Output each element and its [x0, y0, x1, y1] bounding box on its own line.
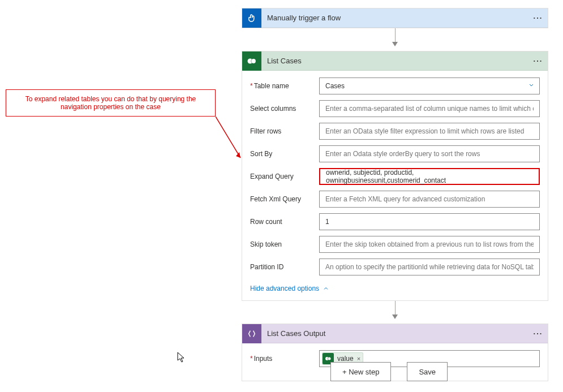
list-cases-title: List Cases: [261, 57, 528, 65]
filter-rows-input[interactable]: [319, 123, 540, 140]
chevron-up-icon: [323, 285, 329, 292]
new-step-button[interactable]: + New step: [330, 362, 391, 381]
list-cases-header[interactable]: List Cases ···: [242, 51, 548, 71]
list-cases-more-icon[interactable]: ···: [528, 57, 548, 65]
annotation-callout: To expand related tables you can do that…: [6, 89, 216, 117]
manual-trigger-icon: [242, 8, 261, 28]
label-sort-by: Sort By: [250, 150, 319, 158]
hide-advanced-label: Hide advanced options: [250, 285, 319, 292]
annotation-text: To expand related tables you can do that…: [16, 95, 205, 111]
row-table-name: *Table name Cases: [250, 77, 540, 94]
row-row-count: Row count: [250, 213, 540, 230]
svg-line-0: [216, 117, 240, 158]
trigger-title: Manually trigger a flow: [261, 14, 528, 22]
trigger-card[interactable]: Manually trigger a flow ···: [242, 8, 548, 28]
flow-canvas: Manually trigger a flow ··· List Cases ·…: [242, 8, 548, 381]
select-columns-input[interactable]: [319, 100, 540, 117]
label-expand-query: Expand Query: [250, 173, 319, 180]
row-fetch-xml: Fetch Xml Query: [250, 191, 540, 208]
trigger-header[interactable]: Manually trigger a flow ···: [242, 8, 548, 28]
table-name-select[interactable]: Cases: [319, 77, 540, 94]
partition-id-input[interactable]: [319, 259, 540, 275]
table-name-value: Cases: [325, 82, 345, 90]
list-cases-card: List Cases ··· *Table name Cases: [242, 51, 548, 301]
label-select-columns: Select columns: [250, 105, 319, 113]
label-filter-rows: Filter rows: [250, 127, 319, 135]
row-sort-by: Sort By: [250, 145, 540, 162]
output-more-icon[interactable]: ···: [528, 329, 548, 338]
footer-actions: + New step Save: [330, 362, 448, 381]
chevron-down-icon: [528, 82, 535, 91]
expand-query-value: ownerid, subjectid, productid, owningbus…: [326, 169, 533, 184]
skip-token-input[interactable]: [319, 236, 540, 253]
mouse-cursor-icon: [177, 352, 186, 363]
sort-by-input[interactable]: [319, 145, 540, 162]
label-table-name: *Table name: [250, 82, 319, 90]
row-count-input[interactable]: [319, 213, 540, 230]
output-header[interactable]: List Cases Output ···: [242, 324, 548, 343]
fetch-xml-input[interactable]: [319, 191, 540, 208]
token-remove-icon[interactable]: ×: [357, 355, 360, 362]
row-skip-token: Skip token: [250, 236, 540, 253]
label-row-count: Row count: [250, 218, 319, 226]
trigger-more-icon[interactable]: ···: [528, 14, 548, 22]
svg-marker-1: [236, 152, 240, 158]
save-button[interactable]: Save: [407, 362, 448, 381]
label-skip-token: Skip token: [250, 240, 319, 248]
connector-arrow: [392, 28, 398, 51]
svg-point-4: [251, 59, 256, 63]
connector-arrow: [392, 301, 398, 324]
row-partition-id: Partition ID: [250, 259, 540, 275]
row-filter-rows: Filter rows: [250, 123, 540, 140]
compose-icon: [242, 324, 261, 343]
annotation-arrow: [216, 117, 244, 162]
row-expand-query: Expand Query ownerid, subjectid, product…: [250, 168, 540, 185]
token-label: value: [337, 355, 354, 363]
hide-advanced-toggle[interactable]: Hide advanced options: [250, 285, 329, 292]
label-partition-id: Partition ID: [250, 263, 319, 271]
svg-point-7: [328, 357, 331, 360]
label-fetch-xml: Fetch Xml Query: [250, 195, 319, 203]
output-title: List Cases Output: [261, 329, 528, 338]
dataverse-icon: [242, 51, 261, 71]
label-inputs: *Inputs: [250, 355, 319, 363]
row-select-columns: Select columns: [250, 100, 540, 117]
expand-query-input[interactable]: ownerid, subjectid, productid, owningbus…: [319, 168, 540, 185]
